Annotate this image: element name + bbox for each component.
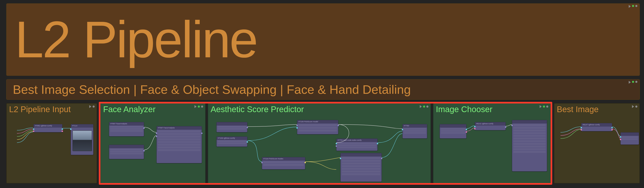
node-input-preview[interactable]: #7114 bbox=[71, 124, 94, 155]
node-face-b[interactable]: #7097 FaceAnalysis bbox=[156, 126, 202, 163]
output-port[interactable] bbox=[466, 131, 467, 133]
node-header bbox=[216, 122, 247, 125]
output-port[interactable] bbox=[381, 158, 382, 159]
output-port[interactable] bbox=[143, 127, 145, 129]
node-header: #7081 rgthree-comfy bbox=[34, 124, 62, 128]
input-port[interactable] bbox=[580, 129, 582, 130]
output-port[interactable] bbox=[505, 126, 506, 128]
toggle-dot-icon[interactable] bbox=[546, 105, 548, 108]
node-header bbox=[440, 124, 466, 128]
node-aes-mid[interactable]: #7104 PickScore Nodes bbox=[262, 157, 305, 170]
group-best-image[interactable]: Best Image #8147 rgthree-comfy bbox=[554, 103, 640, 184]
play-icon[interactable] bbox=[420, 105, 422, 108]
group-controls bbox=[629, 5, 638, 8]
node-header: #7097 FaceAnalysis bbox=[157, 126, 202, 130]
input-port[interactable] bbox=[580, 127, 582, 128]
node-aes-math[interactable]: #7751 was-node-suite-comfy bbox=[336, 139, 378, 151]
node-header bbox=[621, 133, 639, 136]
subtitle: Best Image Selection | Face & Object Swa… bbox=[13, 83, 411, 97]
output-port[interactable] bbox=[377, 143, 378, 144]
input-port[interactable] bbox=[474, 128, 476, 129]
output-port[interactable] bbox=[246, 141, 248, 143]
group-title: Face Analyzer bbox=[103, 105, 156, 114]
node-aes-l1[interactable] bbox=[216, 122, 248, 132]
subtitle-group[interactable]: Best Image Selection | Face & Object Swa… bbox=[6, 79, 640, 100]
input-port[interactable] bbox=[474, 126, 476, 127]
input-port[interactable] bbox=[511, 125, 513, 126]
node-header bbox=[512, 120, 547, 123]
node-best-hub[interactable]: #8147 rgthree-comfy bbox=[581, 123, 612, 131]
output-port[interactable] bbox=[143, 150, 145, 152]
output-port[interactable] bbox=[304, 162, 306, 163]
input-port[interactable] bbox=[70, 128, 72, 130]
input-port[interactable] bbox=[156, 136, 157, 137]
toggle-dot-icon[interactable] bbox=[635, 5, 638, 7]
output-port[interactable] bbox=[466, 129, 467, 130]
node-face-a[interactable]: #7097 FaceAnalysis bbox=[109, 122, 144, 136]
toggle-dot-icon[interactable] bbox=[92, 105, 95, 108]
toggle-dot-icon[interactable] bbox=[201, 105, 203, 108]
input-port[interactable] bbox=[620, 136, 621, 138]
group-title: Aesthetic Score Predictor bbox=[210, 105, 304, 114]
input-port[interactable] bbox=[156, 133, 157, 134]
play-icon[interactable] bbox=[629, 81, 631, 84]
input-port[interactable] bbox=[296, 125, 298, 126]
node-face-a2[interactable] bbox=[109, 145, 144, 159]
node-aes-top[interactable]: #7109 PickScore model bbox=[297, 120, 338, 134]
play-icon[interactable] bbox=[629, 5, 631, 8]
node-aes-l2[interactable]: #7106 rgthree-comfy bbox=[216, 136, 248, 147]
output-port[interactable] bbox=[62, 128, 63, 130]
node-aes-big[interactable] bbox=[340, 153, 382, 182]
input-port[interactable] bbox=[620, 139, 621, 140]
group-image-chooser[interactable]: Image Chooser #8141 rgthree-comfy bbox=[433, 103, 551, 184]
input-port[interactable] bbox=[33, 130, 34, 132]
toggle-dot-icon[interactable] bbox=[635, 105, 638, 108]
node-header: #7751 was-node-suite-comfy bbox=[336, 139, 378, 142]
group-l2-pipeline-input[interactable]: L2 Pipeline Input #7081 rgthree-comfy #7… bbox=[6, 103, 97, 184]
status-dot-icon[interactable] bbox=[632, 81, 634, 83]
node-chooser-mid[interactable]: #8141 rgthree-comfy bbox=[475, 122, 506, 130]
node-header: #8147 rgthree-comfy bbox=[582, 123, 612, 127]
status-dot-icon[interactable] bbox=[632, 5, 634, 7]
node-header: #7114 bbox=[71, 124, 93, 128]
play-icon[interactable] bbox=[194, 105, 196, 108]
node-chooser-big[interactable] bbox=[512, 120, 547, 172]
output-port[interactable] bbox=[246, 127, 248, 128]
input-port[interactable] bbox=[340, 158, 341, 159]
node-best-out[interactable] bbox=[620, 132, 639, 145]
play-icon[interactable] bbox=[89, 105, 91, 108]
group-face-analyzer[interactable]: Face Analyzer #7097 FaceAnalysis #7097 F… bbox=[100, 103, 206, 184]
node-header: #7097 FaceAnalysis bbox=[109, 122, 144, 125]
input-port[interactable] bbox=[296, 127, 298, 129]
status-dot-icon[interactable] bbox=[543, 105, 545, 108]
node-editor-canvas[interactable]: L2 Pipeline Best Image Selection | Face … bbox=[0, 0, 644, 188]
input-port[interactable] bbox=[336, 145, 337, 147]
output-port[interactable] bbox=[611, 129, 613, 130]
input-port[interactable] bbox=[402, 129, 403, 130]
status-dot-icon[interactable] bbox=[423, 105, 425, 108]
toggle-dot-icon[interactable] bbox=[635, 81, 638, 83]
output-port[interactable] bbox=[201, 133, 202, 134]
output-port[interactable] bbox=[611, 127, 613, 128]
group-controls bbox=[194, 105, 203, 108]
node-header: #8141 rgthree-comfy bbox=[475, 122, 506, 125]
node-aes-out[interactable]: #7750 bbox=[402, 124, 427, 139]
main-title-group[interactable]: L2 Pipeline bbox=[6, 3, 640, 76]
output-port[interactable] bbox=[62, 130, 63, 132]
node-header: #7104 PickScore Nodes bbox=[262, 157, 305, 161]
node-input-hub[interactable]: #7081 rgthree-comfy bbox=[34, 124, 62, 132]
status-dot-icon[interactable] bbox=[198, 105, 200, 108]
play-icon[interactable] bbox=[540, 105, 542, 108]
output-port[interactable] bbox=[338, 125, 339, 126]
toggle-dot-icon[interactable] bbox=[426, 105, 428, 108]
group-controls bbox=[540, 105, 548, 108]
play-icon[interactable] bbox=[632, 105, 634, 108]
group-title: L2 Pipeline Input bbox=[9, 105, 71, 114]
input-port[interactable] bbox=[261, 162, 263, 163]
node-header: #7109 PickScore model bbox=[297, 120, 338, 123]
input-port[interactable] bbox=[33, 128, 34, 130]
node-chooser-l[interactable] bbox=[440, 124, 466, 139]
group-aesthetic-score[interactable]: Aesthetic Score Predictor #7106 rgthree-… bbox=[208, 103, 431, 184]
group-controls bbox=[632, 105, 638, 108]
input-port[interactable] bbox=[336, 143, 337, 144]
